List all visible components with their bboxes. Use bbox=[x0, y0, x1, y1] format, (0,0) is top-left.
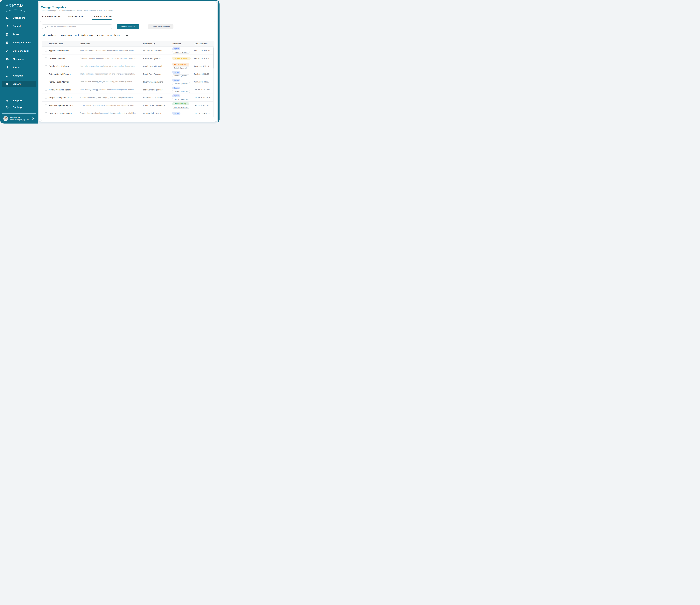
table-row[interactable]: Asthma Control ProgramInhaler technique,… bbox=[42, 70, 214, 78]
table-scrollbar-thumb[interactable] bbox=[213, 47, 214, 69]
condition-badge: Diabetes Dysfunction bbox=[172, 57, 191, 60]
row-select-radio[interactable] bbox=[45, 104, 47, 106]
published-by-cell: RespiCare Systems bbox=[143, 54, 160, 62]
sidebar-item-label: Alerts bbox=[13, 66, 20, 69]
sidebar-item-label: Messages bbox=[13, 58, 24, 60]
filter-diabetes[interactable]: Diabetes bbox=[48, 34, 56, 38]
filter-hypertension[interactable]: Hypertension bbox=[60, 34, 72, 38]
description-cell: Chronic pain assessment, medication titr… bbox=[80, 101, 139, 109]
condition-badge: Bipolar bbox=[172, 87, 180, 89]
search-input[interactable] bbox=[47, 25, 110, 28]
column-header-published-by: Published By bbox=[143, 41, 155, 47]
table-row[interactable]: Cardiac Care PathwayHeart failure monito… bbox=[42, 62, 214, 70]
settings-icon bbox=[6, 105, 9, 109]
condition-badge: Emphysema lung... bbox=[172, 63, 189, 66]
sidebar-item-dashboard[interactable]: Dashboard bbox=[0, 14, 38, 22]
condition-badge: Bipolar bbox=[172, 94, 180, 97]
tab-patient-education[interactable]: Patient Education bbox=[68, 16, 85, 20]
user-meta: Abe Tarrant AbeJTarrant@dayrep.com bbox=[10, 116, 29, 121]
sidebar-item-patient[interactable]: Patient bbox=[0, 22, 38, 30]
analytics-icon bbox=[6, 74, 9, 77]
table-row[interactable]: Hypertension ProtocolBlood pressure moni… bbox=[42, 47, 214, 54]
condition-cell: Emphysema lung...Diabetic Dysfunction bbox=[172, 62, 197, 70]
sidebar-item-call-scheduler[interactable]: Call Scheduler bbox=[0, 47, 38, 55]
table-row[interactable]: COPD Action PlanPulmonary function manag… bbox=[42, 54, 214, 62]
call-scheduler-icon bbox=[6, 49, 9, 53]
table-row[interactable]: Stroke Recovery ProgramPhysical therapy … bbox=[42, 110, 214, 117]
published-by-cell: MedTrack Innovations bbox=[143, 47, 162, 54]
page-title: Manage Templates bbox=[41, 6, 112, 9]
row-select-radio[interactable] bbox=[45, 112, 47, 114]
sidebar-item-label: Billing & Claims bbox=[13, 41, 31, 44]
sidebar-footer-nav: Support Settings bbox=[0, 97, 38, 111]
published-date-cell: Dec 22, 2024 15:33 bbox=[194, 101, 210, 109]
templates-table: Template Name Description Published By C… bbox=[42, 41, 214, 117]
filter-high-blood-pressure[interactable]: High blood Pressure bbox=[75, 34, 94, 38]
billing-icon: $ bbox=[6, 41, 9, 44]
user-email: AbeJTarrant@dayrep.com bbox=[10, 119, 29, 121]
condition-badge: Diabetic Dysfunction bbox=[172, 82, 190, 85]
tasks-icon bbox=[6, 33, 9, 36]
condition-badge: Emphysema lung... bbox=[172, 102, 189, 105]
condition-cell: BipolarDiabetic Dysfunction bbox=[172, 86, 197, 94]
search-box bbox=[42, 24, 112, 29]
row-select-radio[interactable] bbox=[45, 73, 47, 75]
table-body: Hypertension ProtocolBlood pressure moni… bbox=[42, 47, 214, 117]
published-date-cell: Jan 12, 2025 09:45 bbox=[194, 47, 210, 54]
tab-input-patient-details[interactable]: Input Patient Details bbox=[41, 16, 61, 20]
sidebar-item-settings[interactable]: Settings bbox=[0, 104, 38, 111]
published-by-cell: CardioHealth Network bbox=[143, 62, 162, 70]
logo-swoosh bbox=[5, 9, 25, 12]
sidebar-nav: Dashboard Patient Tasks $ Billing & Clai… bbox=[0, 14, 38, 88]
published-date-cell: Dec 20, 2024 07:55 bbox=[194, 110, 210, 117]
sidebar-item-library[interactable]: Library bbox=[2, 81, 36, 87]
sidebar-item-billing-claims[interactable]: $ Billing & Claims bbox=[0, 39, 38, 47]
row-select-radio[interactable] bbox=[45, 96, 47, 99]
sidebar-item-label: Call Scheduler bbox=[13, 50, 29, 52]
table-scrollbar[interactable] bbox=[213, 47, 214, 117]
template-name-cell: COPD Action Plan bbox=[49, 54, 66, 62]
row-select-radio[interactable] bbox=[45, 89, 47, 91]
condition-badge: Bipolar bbox=[172, 112, 180, 115]
sidebar-item-support[interactable]: Support bbox=[0, 97, 38, 104]
row-select-radio[interactable] bbox=[45, 57, 47, 59]
condition-cell: Bipolar bbox=[172, 110, 197, 117]
tab-bar: Input Patient Details Patient Education … bbox=[41, 16, 118, 20]
row-select-radio[interactable] bbox=[45, 65, 47, 67]
add-filter-icon[interactable] bbox=[126, 34, 128, 37]
table-row[interactable]: Mental Wellness TrackerMood tracking, th… bbox=[42, 86, 214, 94]
filter-all[interactable]: All bbox=[43, 34, 45, 38]
condition-badge: Chronic Obstruction bbox=[172, 51, 190, 54]
condition-badge: Diabetic Dysfunction bbox=[172, 106, 190, 108]
sidebar-item-analytics[interactable]: Analytics bbox=[0, 72, 38, 80]
published-date-cell: Jan 3, 2025 08:15 bbox=[194, 78, 209, 86]
user-profile[interactable]: Abe Tarrant AbeJTarrant@dayrep.com bbox=[3, 115, 37, 122]
create-new-template-button[interactable]: Create New Template bbox=[148, 24, 173, 29]
search-template-button[interactable]: Search Template bbox=[117, 24, 139, 29]
logout-icon[interactable] bbox=[31, 117, 35, 120]
alerts-icon bbox=[6, 66, 9, 69]
kebab-menu-icon[interactable] bbox=[130, 34, 131, 38]
row-select-radio[interactable] bbox=[45, 81, 47, 83]
row-select-radio[interactable] bbox=[45, 49, 47, 51]
sidebar-item-alerts[interactable]: Alerts bbox=[0, 63, 38, 72]
sidebar-item-messages[interactable]: Messages bbox=[0, 55, 38, 63]
published-by-cell: NeuroRehab Systems bbox=[143, 110, 162, 117]
page-head: Manage Templates View and Manage all the… bbox=[41, 6, 112, 12]
brand-logo: A&ICCM bbox=[6, 3, 24, 8]
user-name: Abe Tarrant bbox=[10, 116, 29, 119]
table-row[interactable]: Kidney Health MonitorRenal function trac… bbox=[42, 78, 214, 86]
condition-cell: BipolarChronic Obstruction bbox=[172, 47, 197, 54]
filter-asthma[interactable]: Asthma bbox=[97, 34, 104, 38]
condition-badge: Bipolar bbox=[172, 47, 180, 50]
filter-heart-disease[interactable]: Heart Disease bbox=[107, 34, 120, 38]
sidebar-item-tasks[interactable]: Tasks bbox=[0, 30, 38, 39]
template-name-cell: Hypertension Protocol bbox=[49, 47, 69, 54]
table-row[interactable]: Pain Management ProtocolChronic pain ass… bbox=[42, 101, 214, 110]
condition-cell: BipolarDiabetic Dysfunction bbox=[172, 78, 197, 86]
templates-panel: Search Template Create New Template All … bbox=[40, 21, 215, 121]
table-row[interactable]: Weight Management PlanNutritional counse… bbox=[42, 94, 214, 101]
tab-care-plan-template[interactable]: Care Plan Template bbox=[92, 16, 111, 20]
template-name-cell: Stroke Recovery Program bbox=[49, 110, 72, 117]
brand-logo-secondary: CCM bbox=[13, 3, 24, 8]
